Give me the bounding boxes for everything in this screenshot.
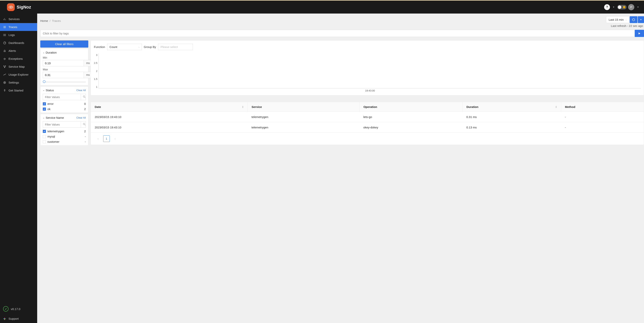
topbar-right: ? ▼ 🌞 P ▼ [604, 4, 640, 10]
check-circle-icon [3, 306, 8, 312]
refresh-dropdown-button[interactable]: ▼ [638, 16, 644, 23]
min-label: Min [43, 56, 86, 59]
time-range-select[interactable]: Last 15 min ⌄ [606, 16, 629, 23]
help-button[interactable]: ? [604, 4, 610, 10]
logo[interactable]: SigNoz [7, 3, 31, 11]
filter-count: - [85, 135, 86, 138]
svg-point-33 [83, 123, 85, 125]
line-chart-icon [3, 73, 6, 76]
search-icon[interactable] [81, 121, 88, 127]
y-tick: 1 [96, 85, 98, 88]
svg-point-12 [4, 35, 4, 35]
col-service[interactable]: Service [248, 102, 360, 112]
svg-marker-30 [638, 32, 640, 34]
clear-service-link[interactable]: Clear All [76, 116, 86, 119]
chevron-down-icon[interactable]: ⌄ [43, 89, 44, 91]
sidebar-label: Get Started [8, 89, 24, 92]
filter-count: 0 [84, 102, 86, 105]
tag-filter-input[interactable] [40, 30, 635, 37]
sidebar-item-traces[interactable]: Traces [0, 23, 37, 31]
next-page-button[interactable]: › [112, 135, 118, 142]
table-row[interactable]: 2023/03/15 19:43:10telemetrygenlets-go0.… [91, 112, 644, 122]
function-select[interactable]: Count ⌄ [107, 44, 142, 50]
svg-rect-29 [5, 318, 6, 319]
col-date[interactable]: Date▲▼ [91, 102, 248, 112]
sidebar-label: Dashboards [8, 41, 24, 44]
plot-area[interactable] [98, 53, 641, 88]
filter-checkbox-row[interactable]: error0 [43, 102, 86, 105]
sidebar: Services Traces Logs Dashboards Alerts E… [0, 13, 37, 323]
sidebar-item-service-map[interactable]: Service Map [0, 63, 37, 71]
chevron-down-icon[interactable]: ⌄ [43, 51, 44, 54]
sidebar-version[interactable]: v0.17.0 [0, 304, 37, 314]
filter-checkbox-row[interactable]: telemetrygen2 [43, 130, 86, 133]
svg-line-34 [84, 125, 86, 125]
table-row[interactable]: 2023/03/15 19:43:10telemetrygenokey-doke… [91, 122, 644, 133]
filter-checkbox-row[interactable]: customer- [43, 140, 86, 143]
sidebar-item-alerts[interactable]: Alerts [0, 47, 37, 55]
page-number[interactable]: 1 [103, 135, 110, 142]
sidebar-item-settings[interactable]: Settings [0, 78, 37, 86]
theme-toggle[interactable]: 🌞 [617, 5, 626, 9]
duration-slider[interactable] [43, 81, 86, 83]
filter-label: error [48, 102, 54, 105]
network-icon [3, 65, 6, 68]
cell-method: - [561, 112, 644, 122]
min-input[interactable] [43, 60, 84, 66]
col-operation[interactable]: Operation [359, 102, 462, 112]
status-search-input[interactable] [43, 94, 81, 100]
rocket-icon [3, 89, 6, 92]
checkbox[interactable] [43, 102, 46, 105]
col-duration[interactable]: Duration▲▼ [462, 102, 561, 112]
avatar[interactable]: P [628, 4, 634, 10]
filter-checkbox-row[interactable]: ok2 [43, 107, 86, 111]
search-icon[interactable] [81, 94, 88, 100]
checkbox[interactable] [43, 130, 46, 133]
main-content: Home / Traces Last 15 min ⌄ ▼ [37, 13, 644, 323]
slider-handle[interactable] [43, 80, 46, 83]
svg-point-25 [4, 81, 6, 83]
chevron-down-icon: ▼ [640, 18, 642, 21]
sidebar-item-dashboards[interactable]: Dashboards [0, 39, 37, 47]
chevron-down-icon[interactable]: ▼ [637, 6, 639, 8]
sidebar-label: Settings [8, 81, 19, 84]
menu-icon [3, 25, 6, 29]
max-label: Max [43, 68, 86, 71]
cell-duration: 0.31 ms [462, 112, 561, 122]
cell-operation: lets-go [359, 112, 462, 122]
filter-count: - [85, 140, 86, 143]
checkbox[interactable] [43, 135, 46, 138]
sidebar-item-get-started[interactable]: Get Started [0, 86, 37, 94]
run-filter-button[interactable] [635, 30, 644, 37]
chevron-down-icon[interactable]: ▼ [613, 6, 614, 8]
filter-checkbox-row[interactable]: mysql- [43, 135, 86, 138]
sidebar-item-services[interactable]: Services [0, 15, 37, 23]
sidebar-item-usage-explorer[interactable]: Usage Explorer [0, 71, 37, 78]
refresh-button[interactable] [630, 16, 638, 23]
pagination: ‹ 1 › [91, 133, 644, 145]
cell-date: 2023/03/15 19:43:10 [91, 112, 248, 122]
sidebar-label: Traces [8, 25, 17, 29]
y-tick: 2 [96, 70, 98, 72]
svg-line-32 [84, 97, 86, 98]
col-method[interactable]: Method [561, 102, 644, 112]
max-input[interactable] [43, 72, 84, 78]
chevron-down-icon[interactable]: ⌄ [43, 116, 44, 119]
breadcrumb-home[interactable]: Home [40, 19, 48, 22]
clear-all-filters-button[interactable]: Clear all filters [40, 40, 88, 47]
sidebar-item-exceptions[interactable]: Exceptions [0, 55, 37, 63]
breadcrumb: Home / Traces [40, 16, 61, 22]
sidebar-item-logs[interactable]: Logs [0, 31, 37, 39]
logo-icon [7, 3, 15, 11]
bug-icon [3, 57, 6, 60]
prev-page-button[interactable]: ‹ [95, 135, 101, 142]
sidebar-support[interactable]: Support [0, 314, 37, 323]
sidebar-label: Exceptions [8, 57, 23, 60]
groupby-select[interactable]: Please select [158, 44, 193, 50]
clear-status-link[interactable]: Clear All [76, 89, 86, 92]
checkbox[interactable] [43, 107, 46, 111]
cell-method: - [561, 122, 644, 133]
service-search-input[interactable] [43, 121, 81, 127]
checkbox[interactable] [43, 140, 46, 143]
svg-point-11 [4, 34, 4, 34]
